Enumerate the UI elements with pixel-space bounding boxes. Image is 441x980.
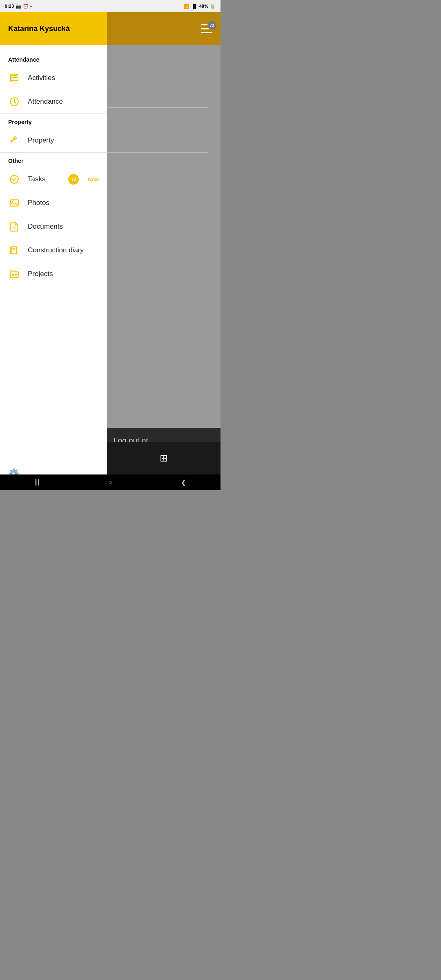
documents-menu-item[interactable]: Documents [0,215,107,238]
svg-rect-10 [12,247,16,253]
camera-icon: 📷 [16,4,21,9]
app-container: 72 Language English Notifications Suppor… [0,12,220,490]
back-button[interactable]: ❮ [181,479,186,486]
signal-icon: ▐▌ [191,4,198,9]
attendance-clock-icon [8,96,20,108]
projects-menu-item[interactable]: Projects [0,262,107,286]
activities-menu-item[interactable]: Activities [0,66,107,90]
svg-rect-15 [12,274,14,276]
time: 9:23 [5,4,14,9]
clock-status-icon: ⏰ [23,4,29,9]
photos-image-icon [8,197,20,209]
status-right: 📶 ▐▌ 49% 🔋 [184,4,216,9]
photos-menu-item[interactable]: Photos [0,191,107,215]
svg-rect-1 [10,77,18,78]
bottom-nav-right: ⊞ [107,442,220,474]
construction-diary-label: Construction diary [28,246,99,254]
dot-icon: • [30,4,32,9]
left-drawer: Katarína Kysucká Attendance Activities [0,12,107,490]
documents-icon [8,220,20,233]
construction-diary-icon [8,244,20,256]
user-name: Katarína Kysucká [8,24,70,33]
svg-rect-5 [10,200,18,206]
attendance-menu-item[interactable]: Attendance [0,90,107,114]
wifi-icon: 📶 [184,4,189,9]
documents-label: Documents [28,223,99,231]
tasks-new-label: New [88,176,99,183]
svg-rect-14 [10,247,11,254]
property-wrench-icon [8,134,20,147]
drawer-content: Attendance Activities [0,45,107,457]
android-nav-bar: ||| ○ ❮ [0,474,220,490]
recent-apps-button[interactable]: ||| [34,479,39,486]
property-menu-item[interactable]: Property [0,129,107,152]
tasks-badge: 72 [68,174,79,185]
tasks-menu-item[interactable]: Tasks 72 New [0,167,107,191]
svg-rect-16 [15,274,17,276]
status-left: 9:23 📷 ⏰ • [5,4,32,9]
activities-label: Activities [28,74,99,82]
hamburger-badge-count: 72 [207,21,216,30]
home-button[interactable]: ○ [108,479,112,486]
svg-rect-0 [10,74,18,76]
other-section-label: Other [0,153,107,167]
attendance-section-label: Attendance [0,51,107,66]
tasks-check-icon [8,173,20,185]
grid-icon[interactable]: ⊞ [160,452,168,464]
attendance-label: Attendance [28,98,99,106]
photos-label: Photos [28,199,99,207]
construction-diary-menu-item[interactable]: Construction diary [0,238,107,262]
activities-icon [8,72,20,84]
status-bar: 9:23 📷 ⏰ • 📶 ▐▌ 49% 🔋 [0,0,220,12]
projects-folder-icon [8,268,20,280]
drawer-header: Katarína Kysucká [0,12,107,45]
svg-rect-2 [10,80,18,81]
property-label: Property [28,136,99,145]
battery-icon: 🔋 [210,4,216,9]
property-section-label: Property [0,114,107,129]
hamburger-menu[interactable]: 72 [201,24,212,33]
battery-text: 49% [199,4,208,9]
svg-point-4 [10,175,18,183]
projects-label: Projects [28,270,99,278]
tasks-label: Tasks [28,175,61,183]
